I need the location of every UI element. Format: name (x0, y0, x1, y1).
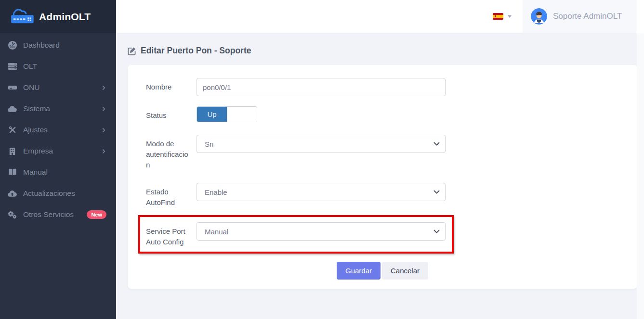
chevron-right-icon (101, 85, 106, 90)
new-badge: New (87, 210, 106, 219)
form-card: Nombre Status Up Modo de autentificacion… (128, 65, 637, 289)
sidebar-item-sistema[interactable]: Sistema (0, 98, 116, 119)
auth-mode-row: Modo de autentificacion Sn (146, 135, 619, 170)
building-icon (7, 146, 17, 156)
status-toggle-handle (227, 107, 257, 122)
autofind-row: Estado AutoFind Enable (146, 183, 619, 208)
auth-mode-selected-value: Sn (205, 140, 213, 148)
status-toggle-on-label: Up (197, 107, 227, 122)
sidebar-item-olt[interactable]: OLT (0, 56, 116, 77)
service-port-row: Service Port Auto Config Manual (146, 222, 446, 247)
auth-mode-select[interactable]: Sn (197, 135, 446, 153)
sidebar-item-label: Empresa (23, 147, 101, 155)
nombre-input[interactable] (197, 78, 446, 96)
cloud-icon (7, 104, 17, 114)
sidebar-item-label: Dashboard (23, 41, 106, 50)
form-actions: Guardar Cancelar (146, 262, 619, 280)
main-content: Editar Puerto Pon - Soporte Nombre Statu… (116, 33, 644, 319)
chevron-down-icon (434, 142, 440, 146)
chevron-right-icon (101, 128, 106, 133)
tools-icon (7, 125, 17, 135)
sidebar-item-label: OLT (23, 62, 106, 71)
service-port-select[interactable]: Manual (197, 222, 446, 241)
sidebar-item-label: Otros Servicios (23, 210, 86, 219)
caret-down-icon (508, 15, 512, 18)
sidebar-menu: Dashboard OLT ONU Sistema (0, 33, 116, 225)
sidebar-item-ajustes[interactable]: Ajustes (0, 119, 116, 140)
cloud-switch-logo-icon (8, 8, 36, 26)
sidebar-item-otros-servicios[interactable]: Otros Servicios New (0, 204, 116, 225)
user-menu[interactable]: Soporte AdminOLT (523, 0, 637, 33)
nombre-label: Nombre (146, 78, 189, 92)
spain-flag-icon (493, 13, 503, 20)
page-title: Editar Puerto Pon - Soporte (141, 46, 251, 56)
top-navbar: Soporte AdminOLT (116, 0, 644, 33)
status-label: Status (146, 106, 189, 121)
brand-name: AdminOLT (39, 11, 91, 23)
cloud-upload-icon (7, 189, 17, 199)
highlighted-region: Service Port Auto Config Manual (138, 215, 454, 254)
chevron-down-icon (434, 190, 440, 194)
menu-toggle-button[interactable] (136, 15, 138, 17)
autofind-selected-value: Enable (205, 188, 227, 196)
service-port-selected-value: Manual (205, 228, 228, 236)
user-name: Soporte AdminOLT (553, 12, 622, 21)
nombre-row: Nombre (146, 78, 619, 96)
server-icon (7, 62, 17, 72)
autofind-select[interactable]: Enable (197, 183, 446, 201)
sidebar-item-label: Actualizaciones (23, 189, 106, 198)
status-row: Status Up (146, 106, 619, 122)
page-title-row: Editar Puerto Pon - Soporte (128, 46, 637, 56)
sidebar-item-manual[interactable]: Manual (0, 162, 116, 183)
book-icon (7, 167, 17, 178)
language-selector[interactable] (482, 0, 523, 33)
cancel-button[interactable]: Cancelar (382, 262, 428, 280)
status-toggle[interactable]: Up (197, 106, 257, 122)
sidebar-item-onu[interactable]: ONU (0, 77, 116, 98)
sidebar-item-empresa[interactable]: Empresa (0, 140, 116, 162)
sidebar-item-label: Sistema (23, 104, 101, 113)
sidebar: AdminOLT Dashboard OLT ONU (0, 0, 116, 319)
avatar (531, 8, 547, 25)
scrollbar-track[interactable] (637, 33, 644, 319)
auth-mode-label: Modo de autentificacion (146, 135, 189, 170)
sidebar-item-label: Manual (23, 168, 106, 177)
edit-icon (128, 47, 136, 55)
autofind-label: Estado AutoFind (146, 183, 189, 208)
sidebar-item-actualizaciones[interactable]: Actualizaciones (0, 183, 116, 204)
chevron-right-icon (101, 149, 106, 154)
gauge-icon (7, 40, 17, 51)
device-icon (7, 83, 17, 93)
sidebar-item-label: ONU (23, 83, 101, 92)
sidebar-item-label: Ajustes (23, 126, 101, 134)
chevron-down-icon (434, 230, 440, 233)
service-port-label: Service Port Auto Config (146, 222, 189, 247)
save-button[interactable]: Guardar (337, 262, 381, 280)
gears-icon (7, 210, 17, 220)
sidebar-item-dashboard[interactable]: Dashboard (0, 35, 116, 56)
brand-logo[interactable]: AdminOLT (0, 0, 116, 33)
chevron-right-icon (101, 106, 106, 112)
navbar-right: Soporte AdminOLT (482, 0, 644, 33)
